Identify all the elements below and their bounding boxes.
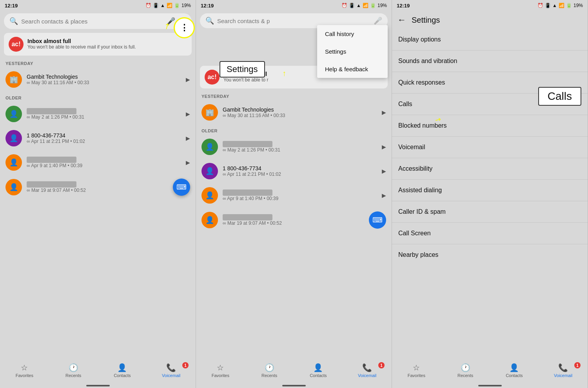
menu-call-history[interactable]: Call history — [317, 25, 388, 43]
status-bar-2: 12:19 ⏰ 📳 ▲ 📶 🔋 19% — [196, 0, 392, 11]
call-item-2-1[interactable]: 👤 1 800-436-7734 ∞ Apr 11 at 2:21 PM • 0… — [0, 126, 196, 150]
call-info-4-2: ████ ████ ████ ∞ Mar 19 at 9:07 AM • 00:… — [223, 214, 364, 226]
battery-percent: 19% — [181, 3, 191, 8]
home-indicator-2 — [282, 385, 306, 386]
nav-label-favorites-2: Favorites — [212, 373, 229, 378]
avatar-3-2: 👤 — [201, 187, 218, 204]
play-button-1-1[interactable]: ▶ — [186, 111, 190, 117]
call-info-4-1: ████ ████ ████ ∞ Mar 19 at 9:07 AM • 00:… — [27, 181, 168, 193]
call-item-4-1[interactable]: 👤 ████ ████ ████ ∞ Mar 19 at 9:07 AM • 0… — [0, 175, 196, 200]
status-time-3: 12:19 — [397, 3, 410, 9]
nav-favorites-3[interactable]: ☆ Favorites — [392, 363, 441, 378]
call-info-3-1: ████ ████ ████ ∞ Apr 9 at 1:40 PM • 00:3… — [27, 157, 181, 168]
notif-body-2: You won't be able to r — [223, 77, 269, 83]
call-item-gambit-1[interactable]: 🏢 Gambit Technologies ∞ May 30 at 11:16 … — [0, 67, 196, 92]
call-name-4-1: ████ ████ ████ — [27, 181, 168, 188]
call-name-gambit-2: Gambit Technologies — [223, 106, 377, 113]
back-button[interactable]: ← — [397, 15, 406, 25]
play-button-2-2[interactable]: ▶ — [382, 168, 386, 174]
play-button-2-1[interactable]: ▶ — [186, 135, 190, 141]
nav-voicemail-3[interactable]: 📞 Voicemail 1 — [539, 363, 588, 378]
favorites-icon-2: ☆ — [217, 363, 224, 372]
battery-icon-3: 🔋 — [566, 3, 572, 8]
home-indicator-1 — [86, 385, 110, 386]
favorites-icon: ☆ — [21, 363, 28, 372]
nav-label-recents-2: Recents — [261, 373, 277, 378]
status-bar-3: 12:19 ⏰ 📳 ▲ 📶 🔋 19% — [392, 0, 588, 11]
call-item-1-2[interactable]: 👤 ████ ████ ████ ∞ May 2 at 1:26 PM • 00… — [196, 135, 392, 159]
voicemail-badge-2: 1 — [378, 362, 385, 368]
call-item-2-2[interactable]: 👤 1 800-436-7734 ∞ Apr 11 at 2:21 PM • 0… — [196, 159, 392, 183]
alarm-icon-3: ⏰ — [537, 3, 543, 8]
avatar-1-2: 👤 — [201, 139, 218, 155]
call-detail-1-2: ∞ May 2 at 1:26 PM • 00:31 — [223, 147, 377, 153]
call-item-3-1[interactable]: 👤 ████ ████ ████ ∞ Apr 9 at 1:40 PM • 00… — [0, 150, 196, 175]
bottom-nav-1: ☆ Favorites 🕐 Recents 👤 Contacts 📞 Voice… — [0, 361, 196, 380]
nav-contacts-1[interactable]: 👤 Contacts — [98, 363, 147, 378]
call-item-3-2[interactable]: 👤 ████ ████ ████ ∞ Apr 9 at 1:40 PM • 00… — [196, 183, 392, 208]
settings-item-voicemail[interactable]: Voicemail — [392, 137, 588, 158]
menu-help-feedback[interactable]: Help & feedback — [317, 60, 388, 78]
call-name-2-2: 1 800-436-7734 — [223, 165, 377, 171]
section-older-1: OLDER — [0, 92, 196, 102]
settings-item-call-screen[interactable]: Call Screen — [392, 223, 588, 244]
avatar-4-1: 👤 — [5, 179, 22, 195]
call-item-1-1[interactable]: 👤 ████ ████ ████ ∞ May 2 at 1:26 PM • 00… — [0, 102, 196, 126]
settings-item-nearby-places[interactable]: Nearby places — [392, 244, 588, 265]
settings-item-blocked-numbers[interactable]: Blocked numbers — [392, 115, 588, 137]
avatar-gambit-1: 🏢 — [5, 71, 22, 88]
call-name-3-1: ████ ████ ████ — [27, 157, 181, 163]
call-info-3-2: ████ ████ ████ ∞ Apr 9 at 1:40 PM • 00:3… — [223, 189, 377, 201]
call-info-1-1: ████ ████ ████ ∞ May 2 at 1:26 PM • 00:3… — [27, 108, 181, 120]
recents-icon: 🕐 — [69, 363, 78, 372]
play-button-gambit-1[interactable]: ▶ — [186, 76, 190, 83]
call-detail-1-1: ∞ May 2 at 1:26 PM • 00:31 — [27, 114, 181, 120]
call-info-gambit-2: Gambit Technologies ∞ May 30 at 11:16 AM… — [223, 106, 377, 118]
status-bar-1: 12:19 ⏰ 📳 ▲ 📶 🔋 19% — [0, 0, 196, 11]
call-name-4-2: ████ ████ ████ — [223, 214, 364, 220]
fab-dialpad-1[interactable]: ⌨ — [173, 179, 190, 196]
play-button-1-2[interactable]: ▶ — [382, 144, 386, 150]
play-button-gambit-2[interactable]: ▶ — [382, 109, 386, 115]
search-input-1[interactable] — [21, 18, 163, 25]
wifi-icon-2: ▲ — [356, 3, 361, 8]
call-item-gambit-2[interactable]: 🏢 Gambit Technologies ∞ May 30 at 11:16 … — [196, 100, 392, 125]
settings-item-sounds[interactable]: Sounds and vibration — [392, 51, 588, 72]
settings-item-accessibility[interactable]: Accessibility — [392, 158, 588, 180]
nav-recents-2[interactable]: 🕐 Recents — [245, 363, 294, 378]
battery-percent-2: 19% — [377, 3, 387, 8]
call-info-gambit-1: Gambit Technologies ∞ May 30 at 11:16 AM… — [27, 74, 181, 85]
nav-favorites-2[interactable]: ☆ Favorites — [196, 363, 245, 378]
settings-list: Display options Sounds and vibration Qui… — [392, 29, 588, 388]
voicemail-icon: 📞 — [166, 363, 176, 372]
call-item-4-2[interactable]: 👤 ████ ████ ████ ∞ Mar 19 at 9:07 AM • 0… — [196, 208, 392, 233]
call-name-2-1: 1 800-436-7734 — [27, 132, 181, 139]
nav-favorites-1[interactable]: ☆ Favorites — [0, 363, 49, 378]
calls-label-box: Calls — [538, 87, 581, 106]
settings-item-display-options[interactable]: Display options — [392, 29, 588, 51]
call-info-1-2: ████ ████ ████ ∞ May 2 at 1:26 PM • 00:3… — [223, 141, 377, 153]
nav-contacts-3[interactable]: 👤 Contacts — [490, 363, 539, 378]
contacts-icon: 👤 — [117, 363, 127, 372]
recents-icon-2: 🕐 — [265, 363, 274, 372]
play-button-3-1[interactable]: ▶ — [186, 159, 190, 166]
signal-icon: 📶 — [167, 3, 172, 8]
play-button-3-2[interactable]: ▶ — [382, 192, 386, 199]
nav-recents-1[interactable]: 🕐 Recents — [49, 363, 98, 378]
menu-settings[interactable]: Settings — [317, 43, 388, 60]
battery-icon: 🔋 — [174, 3, 180, 8]
nav-voicemail-2[interactable]: 📞 Voicemail 1 — [343, 363, 392, 378]
fab-dialpad-2[interactable]: ⌨ — [369, 211, 386, 229]
nav-recents-3[interactable]: 🕐 Recents — [441, 363, 490, 378]
alarm-icon: ⏰ — [145, 3, 151, 8]
search-input-2[interactable] — [217, 18, 370, 24]
nav-contacts-2[interactable]: 👤 Contacts — [294, 363, 343, 378]
status-time-1: 12:19 — [5, 3, 18, 9]
battery-percent-3: 19% — [573, 3, 583, 8]
nav-voicemail-1[interactable]: 📞 Voicemail 1 — [147, 363, 196, 378]
settings-item-caller-id[interactable]: Caller ID & spam — [392, 201, 588, 223]
settings-item-assisted-dialing[interactable]: Assisted dialing — [392, 180, 588, 201]
notif-icon-2: ac! — [205, 70, 220, 85]
nav-label-voicemail-1: Voicemail — [162, 373, 180, 378]
nav-label-favorites-3: Favorites — [408, 373, 425, 378]
